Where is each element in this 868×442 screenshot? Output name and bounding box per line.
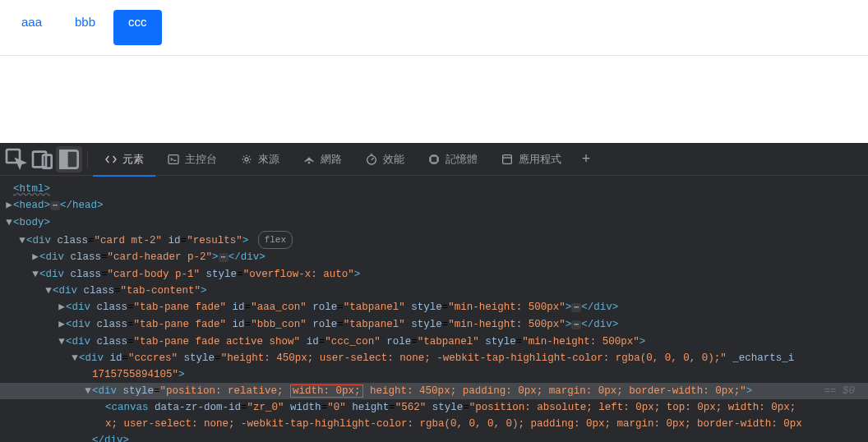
dom-row[interactable]: <html> bbox=[0, 181, 868, 197]
dom-row[interactable]: ▼<div class="card-body p-1" style="overf… bbox=[0, 266, 868, 283]
page-tabs: aaa bbb ccc bbox=[0, 0, 868, 56]
dom-row[interactable]: 1715755894105"> bbox=[0, 366, 868, 383]
dom-row[interactable]: ▼<div style="position: relative; width: … bbox=[0, 383, 868, 399]
dom-row[interactable]: ▼<div id="cccres" style="height: 450px; … bbox=[0, 350, 868, 366]
dom-tree[interactable]: <html>▶<head>⋯</head>▼<body>▼<div class=… bbox=[0, 176, 868, 442]
dom-row[interactable]: x; user-select: none; -webkit-tap-highli… bbox=[0, 416, 868, 432]
panel-label: 應用程式 bbox=[519, 152, 561, 167]
panel-tab-network[interactable]: 網路 bbox=[291, 143, 353, 176]
svg-point-6 bbox=[245, 158, 248, 161]
dom-row[interactable]: ▼<div class="card mt-2" id="results"> fl… bbox=[0, 231, 868, 249]
panel-label: 主控台 bbox=[185, 152, 217, 167]
tab-aaa[interactable]: aaa bbox=[7, 10, 57, 45]
dom-row[interactable]: ▼<body> bbox=[0, 214, 868, 231]
panel-label: 效能 bbox=[383, 152, 404, 167]
svg-rect-5 bbox=[169, 154, 178, 163]
dom-row[interactable]: <canvas data-zr-dom-id="zr_0" width="0" … bbox=[0, 399, 868, 416]
dom-row[interactable]: ▶<head>⋯</head> bbox=[0, 197, 868, 214]
dock-side-icon[interactable] bbox=[56, 146, 82, 173]
panel-tab-elements[interactable]: 元素 bbox=[93, 143, 155, 176]
tab-ccc[interactable]: ccc bbox=[113, 10, 162, 45]
panel-label: 元素 bbox=[122, 152, 144, 167]
panel-label: 來源 bbox=[258, 152, 279, 167]
svg-point-7 bbox=[308, 162, 309, 163]
svg-rect-4 bbox=[60, 150, 67, 168]
devtools-panel: 元素 主控台 來源 網路 效能 記憶體 應用程式 + <html>▶<head>… bbox=[0, 143, 868, 442]
panel-tab-console[interactable]: 主控台 bbox=[155, 143, 229, 176]
panel-tab-application[interactable]: 應用程式 bbox=[489, 143, 573, 176]
inspect-icon[interactable] bbox=[3, 146, 30, 173]
svg-rect-10 bbox=[503, 154, 512, 163]
svg-rect-9 bbox=[431, 156, 437, 163]
tab-bbb[interactable]: bbb bbox=[60, 10, 110, 45]
dom-row[interactable]: ▶<div class="card-header p-2">⋯</div> bbox=[0, 249, 868, 266]
page-content-empty bbox=[0, 56, 868, 143]
devtools-toolbar: 元素 主控台 來源 網路 效能 記憶體 應用程式 + bbox=[0, 143, 868, 176]
panel-label: 網路 bbox=[321, 152, 342, 167]
dom-row[interactable]: ▶<div class="tab-pane fade" id="aaa_con"… bbox=[0, 299, 868, 316]
dom-row[interactable]: ▼<div class="tab-pane fade active show" … bbox=[0, 334, 868, 350]
panel-label: 記憶體 bbox=[446, 152, 478, 167]
panel-tab-memory[interactable]: 記憶體 bbox=[416, 143, 489, 176]
panel-tab-performance[interactable]: 效能 bbox=[353, 143, 416, 176]
device-toggle-icon[interactable] bbox=[30, 146, 56, 173]
dom-row[interactable]: ▶<div class="tab-pane fade" id="bbb_con"… bbox=[0, 316, 868, 334]
dom-row[interactable]: </div> bbox=[0, 432, 868, 442]
dom-row[interactable]: ▼<div class="tab-content"> bbox=[0, 283, 868, 299]
more-tabs-icon[interactable]: + bbox=[573, 146, 599, 173]
panel-tab-sources[interactable]: 來源 bbox=[229, 143, 291, 176]
